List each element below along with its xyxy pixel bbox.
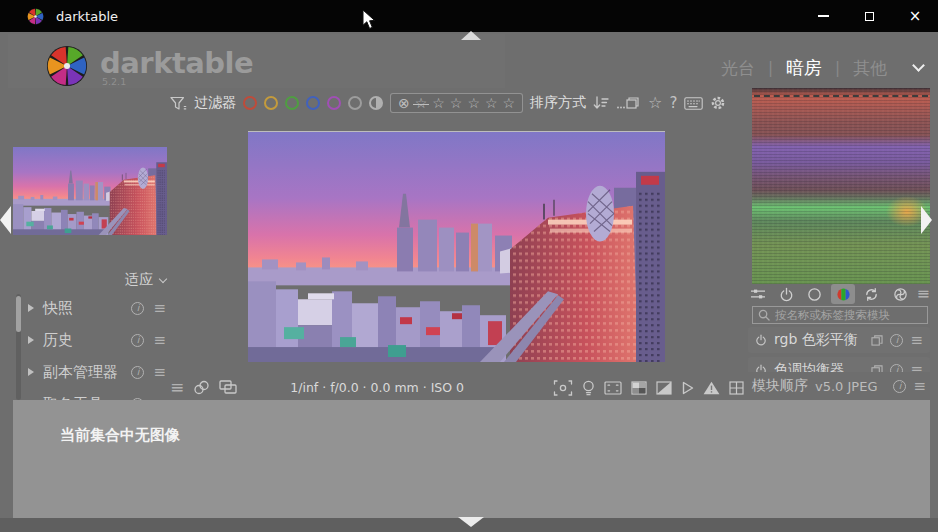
zoom-mode-value: 适应 [125, 271, 153, 289]
presets-menu-icon[interactable]: ≡ [910, 333, 923, 348]
second-window-icon[interactable] [219, 380, 237, 395]
module-color-balance-rgb[interactable]: rgb 色彩平衡 i ≡ [748, 327, 930, 353]
base-group-circle-icon[interactable] [803, 284, 827, 304]
effects-group-fan-icon[interactable] [888, 284, 912, 304]
module-order-preset: v5.0 JPEG [815, 379, 877, 394]
color-label-blue-icon[interactable] [306, 96, 320, 110]
reject-icon[interactable]: ⊗ [398, 96, 410, 110]
preferences-gear-icon[interactable] [710, 95, 726, 111]
color-label-toggle-icon[interactable] [369, 96, 383, 110]
module-power-icon[interactable] [755, 364, 767, 372]
clipping-indicator-icon[interactable] [656, 381, 672, 395]
expand-arrow-icon [28, 368, 34, 376]
waveform-scope[interactable] [752, 88, 930, 284]
zoom-chevron-down-icon [159, 274, 167, 282]
star-4-icon[interactable]: ☆ [485, 96, 498, 110]
image-grouping-icon[interactable] [193, 380, 210, 395]
module-search-input[interactable] [775, 308, 922, 322]
overlays-star-icon[interactable]: ☆ [648, 95, 662, 111]
presets-menu-icon[interactable]: ≡ [153, 333, 166, 348]
shortcuts-keyboard-icon[interactable] [684, 97, 703, 110]
panel-section-history[interactable]: 历史 i ≡ [28, 324, 166, 356]
module-tone-equalizer[interactable]: 色调均衡器 i ≡ [748, 357, 930, 372]
star-1-icon[interactable]: ☆ [432, 96, 445, 110]
views-chevron-down-icon[interactable] [912, 59, 925, 72]
star-2-icon[interactable]: ☆ [450, 96, 463, 110]
focus-peaking-icon[interactable] [553, 380, 573, 396]
main-image-canvas[interactable] [248, 131, 665, 362]
top-toolbar: 过滤器 ⊗ ☆ ☆ ☆ ☆ ☆ ☆ 排序方式 ☆ ? [170, 89, 742, 117]
zoom-mode-dropdown[interactable]: 适应 [26, 269, 166, 291]
info-icon[interactable]: i [890, 334, 903, 347]
color-label-red-icon[interactable] [243, 96, 257, 110]
left-panel-scrollbar[interactable] [16, 294, 21, 400]
close-icon: × [909, 9, 922, 24]
presets-menu-icon[interactable]: ≡ [153, 365, 166, 380]
module-groups-menu-icon[interactable]: ≡ [917, 286, 930, 302]
sort-label[interactable]: 排序方式 [530, 94, 586, 112]
zero-star-icon[interactable]: ☆ [415, 96, 428, 110]
navigation-thumbnail[interactable] [13, 147, 167, 235]
sort-direction-icon[interactable] [593, 96, 609, 110]
crop-borders-icon[interactable] [604, 381, 622, 395]
info-icon[interactable]: i [890, 364, 903, 373]
color-label-none-icon[interactable] [348, 96, 362, 110]
section-label: 快照 [43, 299, 122, 318]
module-power-icon[interactable] [755, 334, 767, 346]
filter-label[interactable]: 过滤器 [194, 94, 236, 112]
presets-menu-icon[interactable]: ≡ [910, 363, 923, 373]
app-name: darktable [100, 46, 253, 80]
info-icon[interactable]: i [131, 302, 144, 315]
left-panel-collapse-arrow-icon[interactable] [0, 206, 11, 234]
close-button[interactable]: × [892, 0, 938, 32]
softproof-play-icon[interactable] [681, 381, 694, 395]
minimize-icon [818, 15, 829, 17]
module-groups-bar: ≡ [746, 284, 930, 304]
multi-instance-icon[interactable] [871, 335, 883, 346]
presets-menu-icon[interactable]: ≡ [913, 379, 926, 394]
right-panel-collapse-arrow-icon[interactable] [921, 206, 932, 234]
app-version: 5.2.1 [102, 76, 126, 87]
bottom-panel-collapse-arrow-icon[interactable] [458, 517, 484, 527]
quick-access-icon[interactable] [746, 284, 770, 304]
tab-separator: | [835, 59, 840, 77]
iso12646-bulb-icon[interactable] [582, 380, 595, 396]
maximize-icon [865, 12, 874, 21]
info-icon[interactable]: i [131, 366, 144, 379]
top-panel-collapse-arrow-icon[interactable] [461, 31, 481, 40]
color-label-yellow-icon[interactable] [264, 96, 278, 110]
presets-menu-icon[interactable]: ≡ [153, 301, 166, 316]
info-icon[interactable]: i [131, 334, 144, 347]
module-list-clipped: 色调均衡器 i ≡ [748, 357, 930, 372]
color-label-purple-icon[interactable] [327, 96, 341, 110]
titlebar: darktable × [0, 0, 938, 32]
star-5-icon[interactable]: ☆ [503, 96, 516, 110]
maximize-button[interactable] [846, 0, 892, 32]
module-order-label: 模块顺序 [752, 377, 808, 395]
expand-arrow-icon [28, 304, 34, 312]
color-label-green-icon[interactable] [285, 96, 299, 110]
grouping-stack-icon[interactable] [616, 96, 641, 110]
tab-other[interactable]: 其他 [853, 57, 887, 80]
filmstrip-menu-icon[interactable]: ≡ [170, 379, 184, 396]
raw-overexposed-icon[interactable] [631, 381, 647, 395]
tab-darkroom[interactable]: 暗房 [786, 56, 822, 80]
help-icon[interactable]: ? [669, 94, 677, 112]
filmstrip-panel[interactable]: 当前集合中无图像 [13, 400, 930, 518]
panel-section-snapshots[interactable]: 快照 i ≡ [28, 292, 166, 324]
active-modules-power-icon[interactable] [774, 284, 798, 304]
correct-group-icon[interactable] [860, 284, 884, 304]
gamut-check-warning-icon[interactable] [703, 381, 720, 395]
multi-instance-icon[interactable] [871, 365, 883, 373]
panel-section-duplicate-manager[interactable]: 副本管理器 i ≡ [28, 356, 166, 388]
module-order-row[interactable]: 模块顺序 v5.0 JPEG i ≡ [748, 374, 930, 398]
guides-grid-icon[interactable] [729, 381, 744, 395]
filter-funnel-icon[interactable] [170, 96, 187, 111]
star-3-icon[interactable]: ☆ [467, 96, 480, 110]
color-group-rgb-icon[interactable] [831, 284, 855, 304]
scrollbar-thumb[interactable] [16, 296, 21, 332]
info-icon[interactable]: i [893, 380, 906, 393]
minimize-button[interactable] [800, 0, 846, 32]
exif-info: 1/inf · f/0.0 · 0.0 mm · ISO 0 [290, 380, 464, 395]
tab-lighttable[interactable]: 光台 [721, 57, 755, 80]
